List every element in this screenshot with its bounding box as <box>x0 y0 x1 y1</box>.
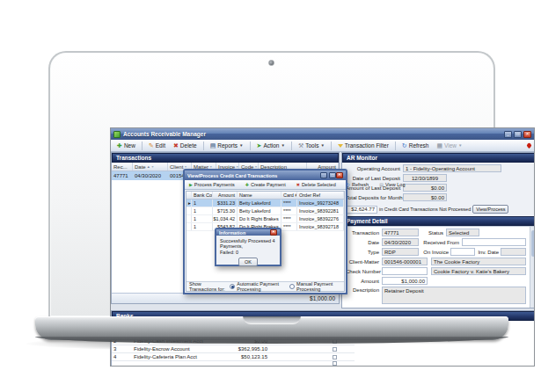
check-number-field[interactable] <box>382 267 428 275</box>
operating-account-field[interactable]: 1 - Fidelity-Operating Account <box>403 164 501 172</box>
date-field[interactable]: 04/30/2020 <box>382 238 419 246</box>
funnel-icon <box>338 144 343 148</box>
bank-row-clipped[interactable] <box>112 361 355 367</box>
delete-button[interactable]: ✖Delete <box>170 141 201 150</box>
status-field[interactable]: Selected <box>446 229 479 236</box>
edit-button[interactable]: ✎Edit <box>145 141 169 150</box>
amount-field[interactable]: $1,000.00 <box>382 277 428 285</box>
refresh-button[interactable]: ↻Refresh <box>398 141 433 150</box>
chevron-down-icon: ▼ <box>320 143 324 148</box>
pd-row-3: Type RDP On Invoice Inv. Date <box>346 248 531 256</box>
filter-icon: ▼ <box>254 165 257 169</box>
ok-button[interactable]: OK <box>238 258 258 266</box>
close-button[interactable]: ✕ <box>523 131 531 138</box>
matter-name-field[interactable]: Cookie Factory v. Katie's Bakery <box>431 267 526 275</box>
payment-detail-body: Transaction 47771 Status Selected Date 0… <box>342 226 535 308</box>
last-deposit-amount-field[interactable]: $0.00 <box>403 184 447 192</box>
pin-icon[interactable] <box>526 142 532 149</box>
inactive-checkbox[interactable] <box>333 361 337 366</box>
cc-row[interactable]: 1 $1,034.42 Do It Right Brakes **** Invo… <box>186 215 344 223</box>
laptop-lid: Accounts Receivable Manager _ □ ✕ ✚New ✎… <box>48 51 495 316</box>
bank-row[interactable]: 4 Fidelity-Cafeteria Plan Acct $50,123.1… <box>112 353 355 361</box>
radio-manual[interactable]: Manual Payment Processing <box>289 281 341 292</box>
refresh-icon: ↻ <box>402 142 407 149</box>
inactive-checkbox[interactable] <box>333 347 337 352</box>
pd-row-7: Description Retainer Deposit <box>346 287 531 304</box>
chevron-down-icon: ▼ <box>281 143 284 148</box>
type-field[interactable]: RDP <box>382 248 419 256</box>
x-icon: ✖ <box>296 183 300 187</box>
col-date[interactable]: Date▲▼ <box>133 163 168 171</box>
view-log-button[interactable]: ▤View Log <box>377 181 407 188</box>
toolbar-separator <box>395 142 396 150</box>
action-menu-button[interactable]: ➤Action▼ <box>253 141 289 150</box>
col-cc-name[interactable]: Name <box>238 192 281 199</box>
transaction-field[interactable]: 47771 <box>382 229 419 236</box>
last-deposit-date-row: Date of Last Deposit 12/30/1899 <box>346 174 531 182</box>
dialog-maximize-button[interactable]: □ <box>329 172 336 178</box>
client-name-field[interactable]: The Cookie Factory <box>431 258 526 265</box>
col-bank-code[interactable]: Bank Code <box>192 192 213 199</box>
last-deposit-date-field[interactable]: 12/30/1899 <box>403 174 447 182</box>
message-box: Information ✕ Successfully Processed 4 P… <box>215 228 281 266</box>
new-button[interactable]: ✚New <box>113 141 139 150</box>
toolbar-separator <box>250 142 251 150</box>
radio-unselected-icon <box>289 284 295 289</box>
pd-row-4: Client-Matter 001546-000001 The Cookie F… <box>346 258 531 265</box>
x-icon: ✖ <box>173 142 179 149</box>
refresh-icon: ↻ <box>347 183 350 187</box>
dialog-footer: Show Transactions for: Automatic Payment… <box>186 281 344 291</box>
laptop-base <box>35 316 508 340</box>
payment-detail-scrollbar[interactable] <box>530 227 535 308</box>
view-process-button[interactable]: View/Process <box>472 205 508 214</box>
right-panel: AR Monitor Operating Account 1 - Fidelit… <box>341 152 535 309</box>
reports-menu-button[interactable]: ▤Reports▼ <box>207 141 247 150</box>
main-toolbar: ✚New ✎Edit ✖Delete ▤Reports▼ ➤Action▼ ⚒T… <box>111 140 534 152</box>
last-deposit-amount-row: Amount of Last Deposit $0.00 <box>346 184 531 192</box>
dialog-close-button[interactable]: ✕ <box>336 172 343 178</box>
process-payments-button[interactable]: ▶Process Payments <box>186 181 238 188</box>
laptop-notch <box>243 316 301 324</box>
col-rec[interactable]: Rec... <box>112 163 133 171</box>
col-cc-amount[interactable]: Amount <box>213 192 238 199</box>
bank-row[interactable]: 3 Fidelity-Escrow Account $362,995.10 <box>112 345 355 353</box>
transactions-total: $1,000.00 <box>310 295 335 301</box>
report-icon: ▤ <box>210 142 216 149</box>
toolbar-separator <box>291 142 292 150</box>
col-card[interactable]: Card # <box>281 192 297 199</box>
action-icon: ➤ <box>257 142 262 149</box>
month-deposits-field[interactable]: $0.00 <box>403 193 447 201</box>
inactive-checkbox[interactable] <box>333 355 337 359</box>
view-icon: ▦ <box>436 142 442 149</box>
cc-row[interactable]: 1 $715.30 Betty Lakeford **** Invoice_98… <box>186 207 344 215</box>
cc-row[interactable]: ▸ 1 $331.23 Betty Lakeford **** Invoice_… <box>186 200 344 207</box>
delete-selected-button[interactable]: ✖Delete Selected <box>294 181 339 188</box>
plus-icon: ✚ <box>245 183 249 187</box>
create-payment-button[interactable]: ✚Create Payment <box>243 181 289 188</box>
description-field[interactable]: Retainer Deposit <box>382 287 526 304</box>
message-box-close-button[interactable]: ✕ <box>270 229 277 236</box>
radio-automatic[interactable]: Automatic Payment Processing <box>230 281 286 292</box>
minimize-button[interactable]: _ <box>504 131 512 138</box>
plus-icon: ✚ <box>117 142 122 149</box>
on-invoice-field[interactable] <box>450 248 475 256</box>
filter-icon: ▼ <box>209 165 212 169</box>
cc-text: in Credit Card Transactions Not Processe… <box>379 207 471 212</box>
transaction-filter-button[interactable]: Transaction Filter <box>334 141 392 150</box>
pd-row-6: Amount $1,000.00 <box>346 277 531 285</box>
view-menu-button[interactable]: ▦View▼ <box>433 141 465 150</box>
maximize-button[interactable]: □ <box>514 131 522 138</box>
filter-icon: ▼ <box>184 165 186 169</box>
toolbar-separator <box>331 142 332 150</box>
dialog-minimize-button[interactable]: _ <box>320 172 327 178</box>
col-order-ref[interactable]: Order Ref <box>297 192 344 199</box>
received-from-field[interactable] <box>462 238 526 246</box>
payment-detail-header: Payment Detail <box>342 216 535 226</box>
client-matter-field[interactable]: 001546-000001 <box>382 258 428 265</box>
dialog-refresh-button[interactable]: ↻Refresh <box>344 181 371 188</box>
operating-account-row: Operating Account 1 - Fidelity-Operating… <box>346 164 531 172</box>
app-icon <box>113 131 121 138</box>
inv-date-field[interactable] <box>501 248 526 256</box>
tools-menu-button[interactable]: ⚒Tools▼ <box>295 141 328 150</box>
scrollbar-thumb[interactable] <box>531 230 535 257</box>
